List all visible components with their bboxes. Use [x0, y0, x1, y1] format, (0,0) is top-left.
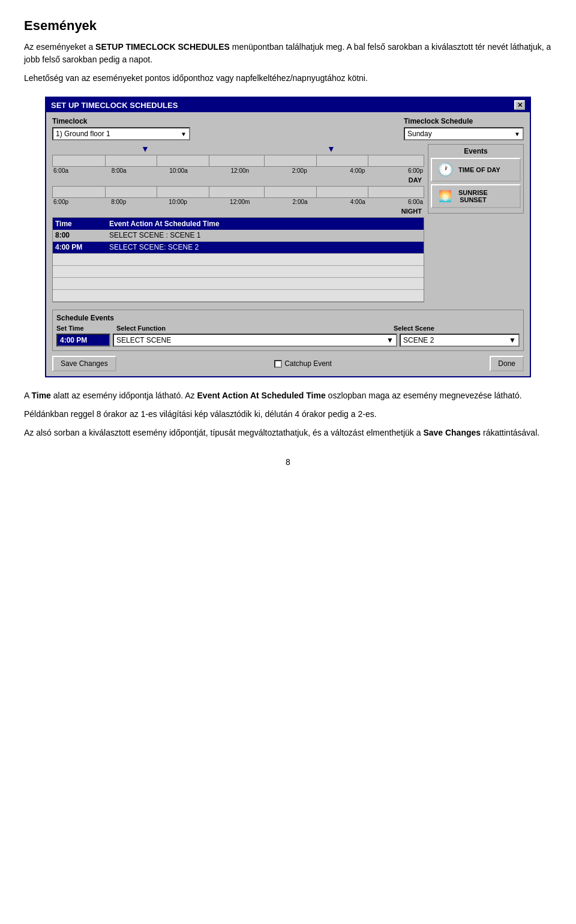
schedule-events-inputs: 4:00 PM SELECT SCENE ▼ SCENE 2 ▼: [56, 334, 520, 347]
done-button[interactable]: Done: [490, 356, 524, 371]
day-arrow-row: ▼ ▼: [52, 144, 424, 154]
page-heading: Események: [24, 18, 552, 34]
table-row[interactable]: [53, 290, 424, 302]
timeline-left: ▼ ▼ 6:00a 8:00a: [52, 144, 424, 306]
se-scene-label: Select Scene: [394, 325, 520, 332]
schedule-selector-group: Timeclock Schedule Sunday ▼: [404, 117, 524, 140]
day-time-3: 12:00n: [230, 167, 249, 174]
schedule-dropdown[interactable]: Sunday ▼: [404, 127, 524, 140]
night-time-5: 4:00a: [350, 199, 365, 205]
timeclock-selector-group: Timeclock 1) Ground floor 1 ▼: [52, 117, 190, 140]
day-time-1: 8:00a: [112, 167, 127, 174]
dialog-close-button[interactable]: ✕: [514, 100, 525, 110]
events-title: Events: [431, 147, 521, 155]
scene-arrow-icon: ▼: [509, 336, 516, 344]
day-time-5: 4:00p: [350, 167, 365, 174]
day-timeline-bar[interactable]: [52, 155, 424, 167]
col-action-header: Event Action At Scheduled Time: [109, 220, 421, 228]
set-time-input[interactable]: 4:00 PM: [56, 334, 110, 347]
select-scene-dropdown[interactable]: SCENE 2 ▼: [400, 334, 520, 347]
clock-icon: 🕐: [436, 161, 455, 178]
bottom-buttons-row: Save Changes Catchup Event Done: [52, 356, 524, 371]
schedule-arrow-icon: ▼: [514, 131, 520, 137]
scene-value: SCENE 2: [403, 336, 434, 344]
row-time-1: 4:00 PM: [55, 243, 109, 252]
timeclock-dropdown[interactable]: 1) Ground floor 1 ▼: [52, 127, 190, 140]
paragraph-1: Az eseményeket a SETUP TIMECLOCK SCHEDUL…: [24, 41, 552, 66]
schedule-events-title: Schedule Events: [56, 314, 520, 322]
catchup-label: Catchup Event: [284, 359, 332, 368]
day-label: DAY: [52, 176, 424, 184]
save-changes-button[interactable]: Save Changes: [52, 356, 116, 371]
timeclock-arrow-icon: ▼: [181, 131, 187, 137]
schedule-events-section: Schedule Events Set Time Select Function…: [52, 310, 524, 351]
sunrise-sunset-button[interactable]: 🌅 SUNRISE SUNSET: [431, 184, 521, 208]
night-time-6: 6:00a: [408, 199, 423, 205]
day-timeline-section: 6:00a 8:00a 10:00a 12:00n 2:00p 4:00p 6:…: [52, 155, 424, 174]
table-row[interactable]: [53, 278, 424, 290]
top-selectors-row: Timeclock 1) Ground floor 1 ▼ Timeclock …: [52, 117, 524, 140]
schedule-value: Sunday: [407, 130, 432, 138]
day-arrow-1: ▼: [52, 144, 238, 154]
timeclock-dialog: SET UP TIMECLOCK SCHEDULES ✕ Timeclock 1…: [45, 97, 531, 377]
done-btn-area: Done: [490, 356, 524, 371]
col-time-header: Time: [55, 220, 109, 228]
night-time-2: 10:00p: [169, 199, 187, 205]
dialog-titlebar: SET UP TIMECLOCK SCHEDULES ✕: [46, 98, 530, 112]
night-time-1: 8:00p: [111, 199, 126, 205]
schedule-events-labels: Set Time Select Function Select Scene: [56, 325, 520, 332]
night-timeline-bar[interactable]: [52, 186, 424, 198]
table-row[interactable]: 8:00 SELECT SCENE : SCENE 1: [53, 230, 424, 242]
dialog-body: Timeclock 1) Ground floor 1 ▼ Timeclock …: [46, 112, 530, 376]
table-row[interactable]: 4:00 PM SELECT SCENE: SCENE 2: [53, 242, 424, 254]
row-time-0: 8:00: [55, 231, 109, 240]
se-func-label: Select Function: [116, 325, 394, 332]
row-action-0: SELECT SCENE : SCENE 1: [109, 231, 421, 240]
events-panel-box: Events 🕐 TIME OF DAY 🌅 SUNRISE SUNSET: [428, 144, 524, 214]
paragraph-2: Lehetőség van az eseményeket pontos időp…: [24, 72, 552, 85]
day-time-0: 6:00a: [53, 167, 68, 174]
day-time-4: 2:00p: [292, 167, 307, 174]
paragraph-4: Példánkban reggel 8 órakor az 1-es világ…: [24, 408, 552, 421]
day-time-labels: 6:00a 8:00a 10:00a 12:00n 2:00p 4:00p 6:…: [52, 167, 424, 174]
day-time-6: 6:00p: [408, 167, 423, 174]
time-of-day-button[interactable]: 🕐 TIME OF DAY: [431, 158, 521, 182]
select-function-dropdown[interactable]: SELECT SCENE ▼: [113, 334, 397, 347]
table-row[interactable]: [53, 266, 424, 278]
event-table: Time Event Action At Scheduled Time 8:00…: [52, 217, 424, 302]
timeline-area: ▼ ▼ 6:00a 8:00a: [52, 144, 524, 306]
event-table-header: Time Event Action At Scheduled Time: [53, 218, 424, 230]
events-panel: Events 🕐 TIME OF DAY 🌅 SUNRISE SUNSET: [428, 144, 524, 306]
sunrise-icon: 🌅: [436, 188, 455, 205]
se-time-label: Set Time: [56, 325, 116, 332]
day-time-2: 10:00a: [169, 167, 188, 174]
dialog-title: SET UP TIMECLOCK SCHEDULES: [51, 101, 178, 110]
func-value: SELECT SCENE: [116, 336, 171, 344]
paragraph-5: Az alsó sorban a kiválasztott esemény id…: [24, 427, 552, 439]
paragraph-3: A Time alatt az esemény időpontja láthat…: [24, 389, 552, 402]
func-arrow-icon: ▼: [386, 336, 394, 344]
night-timeline-section: 6:00p 8:00p 10:00p 12:00m 2:00a 4:00a 6:…: [52, 186, 424, 205]
night-time-0: 6:00p: [53, 199, 68, 205]
day-arrow-2: ▼: [238, 144, 424, 154]
catchup-checkbox[interactable]: [274, 360, 282, 368]
night-label: NIGHT: [52, 208, 424, 215]
table-row[interactable]: [53, 254, 424, 266]
timeclock-value: 1) Ground floor 1: [56, 130, 110, 138]
page-number: 8: [24, 457, 552, 467]
night-time-4: 2:00a: [293, 199, 308, 205]
schedule-label: Timeclock Schedule: [404, 117, 524, 125]
night-time-3: 12:00m: [230, 199, 250, 205]
night-time-labels: 6:00p 8:00p 10:00p 12:00m 2:00a 4:00a 6:…: [52, 199, 424, 205]
sunrise-sunset-label: SUNRISE SUNSET: [458, 189, 488, 203]
time-of-day-label: TIME OF DAY: [458, 166, 500, 173]
catchup-area: Catchup Event: [120, 359, 487, 368]
timeclock-label: Timeclock: [52, 117, 190, 125]
row-action-1: SELECT SCENE: SCENE 2: [109, 243, 421, 252]
